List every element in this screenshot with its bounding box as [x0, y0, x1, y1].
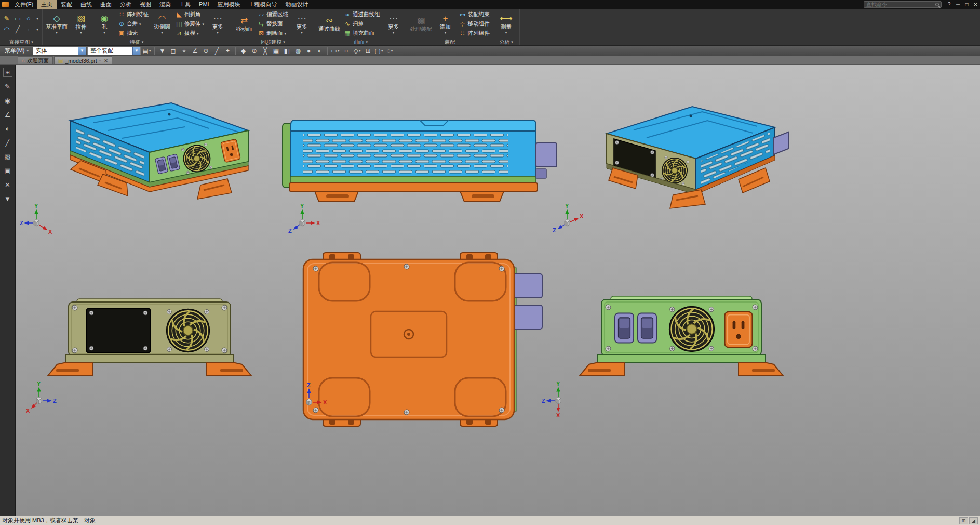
menu-tab-view[interactable]: 视图: [136, 0, 155, 9]
show-hide-icon[interactable]: ◉: [3, 96, 12, 105]
grid-icon[interactable]: ▦: [271, 46, 281, 56]
menu-tab-analysis[interactable]: 分析: [116, 0, 136, 9]
render-style-icon[interactable]: ◐: [3, 124, 12, 133]
move-face-button[interactable]: ⇄ 移动面: [233, 9, 256, 38]
window-grid-icon[interactable]: ⊞: [363, 46, 373, 56]
view-iso-front-left[interactable]: [70, 103, 248, 199]
view-bottom[interactable]: [303, 253, 542, 426]
snap-intersection-icon[interactable]: ╳: [260, 46, 270, 56]
power-switch[interactable]: [638, 313, 656, 343]
sketch-line-icon[interactable]: ╱: [16, 25, 20, 33]
snap-vertex-icon[interactable]: ◆: [238, 46, 248, 56]
palette-grip-icon[interactable]: ⊞: [3, 68, 12, 77]
tab-welcome[interactable]: ⌂ 欢迎页面: [18, 56, 53, 64]
group-label-surface[interactable]: 曲面▾: [317, 38, 405, 45]
power-switch[interactable]: [615, 313, 634, 343]
model-views-canvas[interactable]: Y Z X Y X Z: [16, 65, 980, 516]
through-curves-button[interactable]: ∾ 通过曲线: [317, 9, 342, 38]
shell-tool-icon[interactable]: ▣: [3, 166, 12, 175]
fill-surface-button[interactable]: ▦ 填充曲面: [342, 29, 382, 38]
select-rect-icon[interactable]: ◻: [168, 46, 178, 56]
menu-tab-application[interactable]: 应用模块: [213, 0, 245, 9]
display-mode-icon[interactable]: ▤▾: [142, 46, 152, 56]
group-label-direct-sketch[interactable]: 直接草图▾: [2, 38, 41, 45]
delete-tool-icon[interactable]: ✕: [3, 180, 12, 189]
view-front-io-panel[interactable]: [580, 296, 783, 376]
menu-tab-render[interactable]: 渲染: [155, 0, 175, 9]
feature-more-button[interactable]: ⋯ 更多▾: [206, 9, 229, 38]
command-search[interactable]: [864, 1, 942, 8]
replace-face-button[interactable]: ⇆ 替换面: [256, 19, 290, 29]
sketch-arc-icon[interactable]: ◠: [4, 25, 9, 33]
chevron-down-icon[interactable]: ▾: [36, 28, 38, 31]
view-front-rear-panel[interactable]: [48, 299, 251, 376]
menu-tab-pmi[interactable]: PMI: [195, 0, 213, 9]
snap-toggle-icon[interactable]: ⌖: [179, 46, 189, 56]
offset-region-button[interactable]: ▱ 偏置区域: [256, 10, 290, 19]
resize-grip-icon[interactable]: ◢: [969, 517, 978, 524]
snap-line-icon[interactable]: ╱: [212, 46, 222, 56]
dc-connector[interactable]: [513, 274, 542, 298]
graphics-window[interactable]: Y Z X Y X Z: [16, 65, 980, 516]
selection-scope-filter[interactable]: 整个装配 ▼: [87, 47, 141, 55]
pattern-feature-button[interactable]: ∷ 阵列特征: [116, 10, 150, 19]
menu-tab-curve[interactable]: 曲线: [76, 0, 96, 9]
snap-point-icon[interactable]: +: [223, 46, 233, 56]
pin-icon[interactable]: ▫: [99, 58, 101, 63]
menu-tab-home[interactable]: 主页: [37, 0, 57, 9]
pattern-component-button[interactable]: ∷ 阵列组件: [458, 29, 491, 38]
close-button[interactable]: ✕: [971, 0, 980, 9]
surface-more-button[interactable]: ⋯ 更多▾: [382, 9, 405, 38]
chevron-down-icon[interactable]: ▼: [78, 47, 86, 55]
process-assembly-button[interactable]: ▩ 处理装配: [409, 9, 434, 38]
hole-button[interactable]: ◉ 孔▾: [93, 9, 116, 38]
sync-more-button[interactable]: ⋯ 更多▾: [290, 9, 313, 38]
dc-connector[interactable]: [513, 305, 542, 329]
unite-button[interactable]: ⊕ 合并▾: [116, 19, 150, 29]
globe-icon[interactable]: ◍: [293, 46, 303, 56]
dc-connector[interactable]: [536, 143, 557, 167]
contrast-icon[interactable]: ◐: [315, 46, 325, 56]
view-iso-front-right[interactable]: [607, 107, 788, 208]
menu-button[interactable]: 菜单(M)▾: [2, 47, 32, 55]
shell-button[interactable]: ▣ 抽壳: [116, 29, 150, 38]
half-shade-icon[interactable]: ◧: [282, 46, 292, 56]
line-tool-icon[interactable]: ╱: [3, 138, 12, 147]
menu-tab-surface[interactable]: 曲面: [96, 0, 116, 9]
datum-plane-button[interactable]: ◇ 基准平面▾: [44, 9, 69, 38]
maximize-button[interactable]: □: [962, 0, 971, 9]
chamfer-button[interactable]: ◣ 倒斜角: [174, 10, 206, 19]
ac-outlet[interactable]: [724, 312, 752, 347]
terminal-cover[interactable]: [86, 308, 151, 353]
sketch-rectangle-icon[interactable]: ▭: [15, 15, 21, 22]
measure-button[interactable]: ⟷ 测量▾: [495, 9, 518, 38]
view-side[interactable]: [283, 120, 557, 202]
delete-face-button[interactable]: ⊠ 删除面▾: [256, 29, 290, 38]
dock-icon[interactable]: ⊞: [959, 517, 968, 524]
menu-tab-tools[interactable]: 工具: [175, 0, 195, 9]
chevron-down-icon[interactable]: ▾: [36, 17, 38, 20]
dashed-circle-icon[interactable]: ◌▾: [385, 46, 395, 56]
edge-blend-button[interactable]: ◠ 边倒圆▾: [151, 9, 173, 38]
tab-document[interactable]: ▤ _model36.prt ▫ ✕: [54, 56, 112, 64]
group-label-sync[interactable]: 同步建模▾: [233, 38, 313, 45]
through-curve-group-button[interactable]: ≈ 通过曲线组: [342, 10, 382, 19]
menu-tab-animation[interactable]: 动画设计: [281, 0, 313, 9]
dot-icon[interactable]: ●: [304, 46, 314, 56]
snap-circle-icon[interactable]: ⊙: [201, 46, 211, 56]
menu-tab-wizard[interactable]: 工程模向导: [245, 0, 281, 9]
filter-tool-icon[interactable]: ▼: [3, 194, 12, 203]
sketch-profile-icon[interactable]: ✎: [4, 15, 10, 22]
snap-center-icon[interactable]: ⊕: [249, 46, 259, 56]
datum-tool-icon[interactable]: ◇▾: [352, 46, 362, 56]
close-tab-icon[interactable]: ✕: [104, 58, 108, 63]
fan-grille[interactable]: [167, 309, 210, 352]
selection-filter-icon[interactable]: ▼: [157, 46, 167, 56]
dc-connector[interactable]: [774, 132, 788, 154]
extrude-body-icon[interactable]: ▧: [3, 152, 12, 161]
add-component-button[interactable]: + 添加▾: [434, 9, 457, 38]
sketch-rect-tool-icon[interactable]: ▭▾: [330, 46, 340, 56]
selection-type-filter[interactable]: 实体 ▼: [33, 47, 86, 55]
menu-tab-assembly[interactable]: 装配: [57, 0, 76, 9]
sweep-button[interactable]: ∿ 扫掠: [342, 19, 382, 29]
